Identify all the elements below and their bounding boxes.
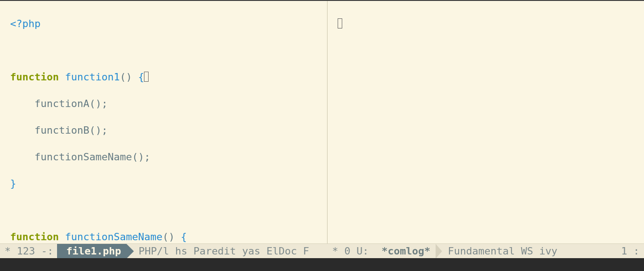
semicolon: ; [102, 98, 108, 109]
text-cursor [144, 72, 149, 82]
left-buffer[interactable]: <?php function function1() { functionA()… [0, 1, 327, 243]
minibuffer[interactable] [0, 258, 644, 271]
call-functionA: functionA [10, 98, 89, 109]
php-open-tag: <?php [10, 18, 40, 29]
parens: () [120, 71, 132, 83]
parens: () [89, 124, 102, 136]
right-buffer[interactable] [328, 1, 644, 243]
modeline-right[interactable]: * 0 U: *comlog* Fundamental WS ivy 1 : [328, 244, 644, 258]
brace-open: { [132, 71, 144, 83]
modeline-buffer-name[interactable]: file1.php [57, 244, 126, 258]
call-functionSameName: functionSameName [10, 151, 132, 163]
modeline-position: 1 : [620, 245, 644, 257]
parens: () [162, 231, 175, 243]
left-window[interactable]: <?php function function1() { functionA()… [0, 1, 328, 243]
brace-close: } [10, 178, 16, 189]
text-cursor [338, 18, 342, 28]
right-window[interactable] [328, 1, 644, 243]
modeline-major-modes: PHP/l hs Paredit yas ElDoc F [126, 245, 310, 257]
window-split: <?php function function1() { functionA()… [0, 1, 644, 243]
function-name-functionSameName: functionSameName [65, 231, 162, 243]
call-functionB: functionB [10, 124, 89, 136]
semicolon: ; [102, 124, 108, 136]
keyword-function: function [10, 231, 59, 243]
brace-open: { [175, 231, 187, 243]
modeline-buffer-name[interactable]: *comlog* [372, 244, 436, 258]
modeline-major-modes: Fundamental WS ivy [436, 245, 558, 257]
parens: () [132, 151, 144, 163]
semicolon: ; [144, 151, 150, 163]
keyword-function: function [10, 71, 59, 83]
parens: () [89, 98, 102, 109]
modeline-status: * 123 -: [0, 245, 54, 257]
function-name-function1: function1 [65, 71, 120, 83]
modelines: * 123 -: file1.php PHP/l hs Paredit yas … [0, 243, 644, 258]
modeline-status: * 0 U: [328, 245, 369, 257]
modeline-left[interactable]: * 123 -: file1.php PHP/l hs Paredit yas … [0, 244, 328, 258]
emacs-frame: <?php function function1() { functionA()… [0, 0, 644, 271]
